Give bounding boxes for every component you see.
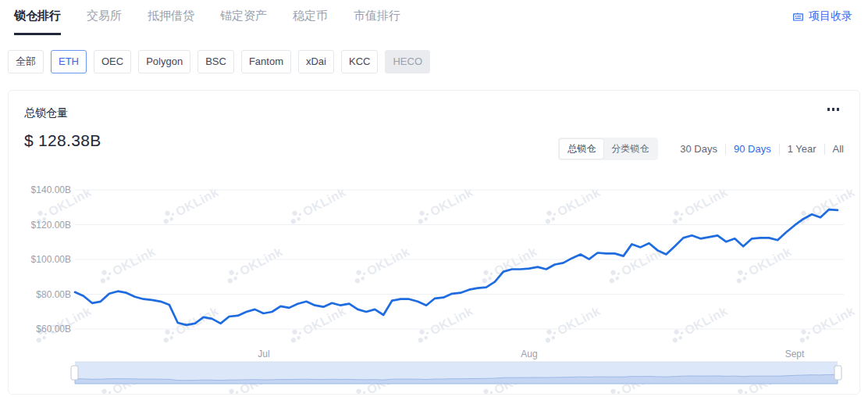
nav-tab-lock-ranking[interactable]: 锁仓排行 xyxy=(14,9,61,35)
brush-handle-left[interactable] xyxy=(71,366,78,380)
chip-oec[interactable]: OEC xyxy=(94,50,131,73)
chip-kcc[interactable]: KCC xyxy=(341,50,378,73)
oklink-watermark: OKLink xyxy=(858,244,859,287)
oklink-watermark: OKLink xyxy=(349,244,412,287)
oklink-watermark: OKLink xyxy=(222,363,285,394)
oklink-watermark: OKLink xyxy=(731,363,794,394)
tvl-line-chart xyxy=(9,91,859,394)
y-axis-label: $60.00B xyxy=(20,324,71,334)
chip-all[interactable]: 全部 xyxy=(8,50,44,73)
oklink-watermark: OKLink xyxy=(412,303,475,346)
oklink-watermark: OKLink xyxy=(285,184,348,227)
oklink-watermark: OKLink xyxy=(94,363,158,394)
range-all[interactable]: All xyxy=(824,144,844,155)
chip-xdai[interactable]: xDai xyxy=(298,50,334,73)
x-axis-label-jul: Jul xyxy=(258,349,269,359)
toggle-category-lock[interactable]: 分类锁仓 xyxy=(603,139,656,159)
oklink-watermark: OKLink xyxy=(476,363,539,394)
x-axis-label-sept: Sept xyxy=(785,349,805,359)
oklink-watermark: OKLink xyxy=(667,303,730,346)
oklink-watermark: OKLink xyxy=(603,363,667,394)
y-axis-label: $120.00B xyxy=(20,220,71,231)
oklink-watermark: OKLink xyxy=(858,363,859,394)
project-folder-icon xyxy=(792,11,804,23)
chip-eth[interactable]: ETH xyxy=(51,50,87,73)
nav-tab-pegged-assets[interactable]: 锚定资产 xyxy=(220,9,267,33)
chip-fantom[interactable]: Fantom xyxy=(241,50,291,73)
oklink-watermark: OKLink xyxy=(603,244,667,287)
oklink-watermark: OKLink xyxy=(476,244,539,287)
tvl-total-value: $ 128.38B xyxy=(24,131,101,150)
oklink-watermark: OKLink xyxy=(222,244,285,287)
range-90-days[interactable]: 90 Days xyxy=(725,144,779,155)
more-menu-icon[interactable] xyxy=(824,105,843,114)
range-1-year[interactable]: 1 Year xyxy=(779,144,824,155)
nav-tab-marketcap-ranking[interactable]: 市值排行 xyxy=(354,9,400,33)
chip-polygon[interactable]: Polygon xyxy=(138,50,190,73)
card-title: 总锁仓量 xyxy=(24,106,68,120)
oklink-watermark: OKLink xyxy=(539,303,603,346)
tvl-card: 总锁仓量 $ 128.38B 总锁仓 分类锁仓 30 Days 90 Days … xyxy=(8,90,860,395)
oklink-watermark: OKLink xyxy=(794,184,857,227)
oklink-watermark: OKLink xyxy=(539,184,603,227)
top-nav: 锁仓排行 交易所 抵押借贷 锚定资产 稳定币 市值排行 项目收录 xyxy=(0,0,868,36)
nav-tab-lending[interactable]: 抵押借贷 xyxy=(148,9,194,33)
oklink-watermark: OKLink xyxy=(158,184,221,227)
x-axis-label-aug: Aug xyxy=(521,349,537,359)
oklink-watermark: OKLink xyxy=(412,184,475,227)
page: { "nav": { "items": [ { "label": "锁仓排行" … xyxy=(0,0,868,397)
oklink-watermark: OKLink xyxy=(794,303,857,346)
nav-tab-exchanges[interactable]: 交易所 xyxy=(87,9,122,33)
oklink-watermark-layer: OKLinkOKLinkOKLinkOKLinkOKLinkOKLinkOKLi… xyxy=(9,91,859,394)
toggle-total-lock[interactable]: 总锁仓 xyxy=(560,139,603,159)
project-submit-label: 项目收录 xyxy=(809,9,852,23)
oklink-watermark: OKLink xyxy=(94,244,158,287)
oklink-watermark: OKLink xyxy=(667,184,730,227)
chart-controls: 总锁仓 分类锁仓 30 Days 90 Days 1 Year All xyxy=(558,138,844,160)
range-30-days[interactable]: 30 Days xyxy=(672,144,725,155)
project-submit-link[interactable]: 项目收录 xyxy=(792,9,852,23)
oklink-watermark: OKLink xyxy=(158,303,221,346)
chart-mode-toggle: 总锁仓 分类锁仓 xyxy=(558,138,658,160)
brush-handle-right[interactable] xyxy=(834,366,841,380)
y-axis-label: $80.00B xyxy=(20,289,71,300)
y-axis-label: $140.00B xyxy=(20,184,71,195)
chip-heco[interactable]: HECO xyxy=(385,50,430,73)
oklink-watermark: OKLink xyxy=(731,244,794,287)
chain-filter-bar: 全部 ETH OEC Polygon BSC Fantom xDai KCC H… xyxy=(8,50,430,73)
oklink-watermark: OKLink xyxy=(285,303,348,346)
chip-bsc[interactable]: BSC xyxy=(197,50,234,73)
oklink-watermark: OKLink xyxy=(349,363,412,394)
nav-tab-stablecoins[interactable]: 稳定币 xyxy=(293,9,328,33)
time-range-selector: 30 Days 90 Days 1 Year All xyxy=(672,144,844,155)
y-axis-label: $100.00B xyxy=(20,254,71,265)
